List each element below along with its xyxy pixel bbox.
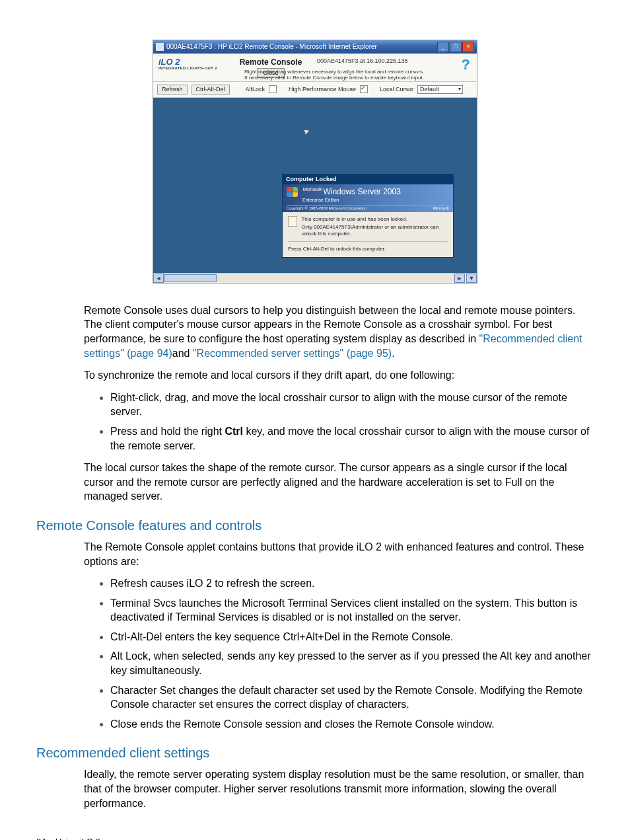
sync-list: Right-click, drag, and move the local cr… [84,391,594,453]
locked-msg-3: Press Ctrl-Alt-Del to unlock this comput… [288,246,448,252]
maximize-button[interactable]: □ [450,42,462,52]
list-item: Close ends the Remote Console session an… [110,717,594,732]
hp-mouse-checkbox[interactable] [360,85,368,93]
scroll-right-icon[interactable]: ► [454,274,465,283]
horizontal-scrollbar[interactable]: ◄ ► ▼ [153,273,477,283]
locked-msg-1: This computer is in use and has been loc… [301,216,448,223]
list-item: Alt Lock, when selected, sends any key p… [110,649,594,677]
os-prefix: Microsoft [303,187,322,192]
ie-icon [156,43,164,51]
os-name: Windows Server 2003 [323,187,400,196]
ctrl-alt-del-button[interactable]: Ctrl-Alt-Del [192,85,230,95]
hint-line-2: If necessary, click in Remote Console im… [244,75,472,81]
altlock-checkbox[interactable] [269,85,277,93]
heading-client-settings: Recommended client settings [36,745,594,761]
close-window-button[interactable]: × [462,42,474,52]
ilo2-logo: iLO 2 [158,57,231,66]
heading-features: Remote Console features and controls [36,518,594,533]
paragraph-client-settings: Ideally, the remote server operating sys… [84,767,594,810]
locked-msg-2: Only 000AE41475F3\Administrator or an ad… [301,224,448,237]
hint-line-1: Right mouse drag whenever necessary to a… [244,69,472,75]
list-item: Ctrl-Alt-Del enters the key sequence Ctr… [110,630,594,644]
altlock-label: AltLock [246,86,265,93]
list-item: Refresh causes iLO 2 to refresh the scre… [110,576,594,591]
toolbar: Refresh Ctrl-Alt-Del AltLock High Perfor… [153,82,477,98]
remote-console-screenshot: 000AE41475F3 : HP iLO2 Remote Console - … [153,40,477,284]
link-server-settings[interactable]: "Recommended server settings" (page 95) [193,348,392,359]
list-item: Right-click, drag, and move the local cr… [110,391,594,419]
help-icon[interactable]: ? [462,56,470,73]
ilo2-subtitle: INTEGRATED LIGHTS-OUT 2 [158,66,231,71]
page-number: 94 [36,837,46,840]
list-item: Character Set changes the default charac… [110,683,594,712]
hp-mouse-label: High Performance Mouse [289,86,356,93]
paragraph-cursors: Remote Console uses dual cursors to help… [84,303,594,360]
paragraph-local-cursor: The local cursor takes the shape of the … [84,461,594,504]
windows-flag-icon [287,187,298,198]
panel-title: Remote Console [231,57,310,67]
local-cursor-label: Local Cursor [380,86,413,93]
os-edition: Enterprise Edition [302,198,449,203]
dialog-header: Computer Locked [283,174,453,184]
keys-icon [288,216,297,227]
footer-label: Using iLO 2 [55,837,100,840]
features-list: Refresh causes iLO 2 to refresh the scre… [84,576,594,731]
scroll-left-icon[interactable]: ◄ [153,274,164,283]
page-footer: 94 Using iLO 2 [36,837,594,840]
scroll-down-icon[interactable]: ▼ [466,274,477,283]
list-item: Press and hold the right Ctrl key, and m… [110,424,594,453]
ms-text: Microsoft [433,206,449,211]
paragraph-applet: The Remote Console applet contains butto… [84,540,594,568]
minimize-button[interactable]: _ [437,42,449,52]
copyright-text: Copyright © 1985-2003 Microsoft Corporat… [287,206,367,211]
window-titlebar: 000AE41475F3 : HP iLO2 Remote Console - … [153,40,477,54]
cursor-icon: ➤ [302,127,311,137]
console-viewport[interactable]: ➤ Computer Locked Microsoft Windows Serv… [153,98,477,273]
window-title: 000AE41475F3 : HP iLO2 Remote Console - … [166,43,437,51]
computer-locked-dialog: Computer Locked Microsoft Windows Server… [282,174,454,258]
server-id: 000AE41475F3 at 16.100.225.135 [317,57,472,65]
refresh-button[interactable]: Refresh [157,85,188,95]
scroll-thumb[interactable] [164,274,217,282]
list-item: Terminal Svcs launches the Microsoft Ter… [110,596,594,625]
paragraph-sync: To synchronize the remote and local curs… [84,368,594,383]
local-cursor-select[interactable]: Default [417,85,463,94]
